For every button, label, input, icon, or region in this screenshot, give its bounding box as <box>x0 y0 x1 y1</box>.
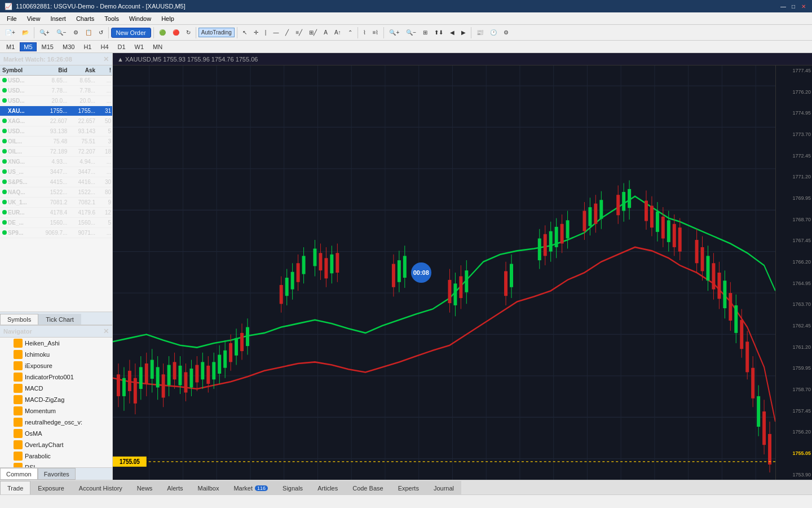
market-watch-row[interactable]: EUR... 4178.4 4179.6 12 <box>0 208 112 218</box>
chart-right-button[interactable]: ▶ <box>458 28 469 37</box>
tf-m1[interactable]: M1 <box>2 42 19 51</box>
buy-button[interactable]: 🟢 <box>156 28 169 37</box>
grid-button[interactable]: ⊞ <box>420 28 430 37</box>
market-watch-row[interactable]: SP9... 9069.7... 9071... ... <box>0 228 112 238</box>
zoom-in2-button[interactable]: 🔍+ <box>386 28 402 37</box>
market-watch-row[interactable]: S&P5... 4415... 4416... 30 <box>0 177 112 187</box>
navigator-item[interactable]: Parabolic <box>0 450 112 462</box>
fib-button[interactable]: ⊞╱ <box>306 28 320 37</box>
channel-button[interactable]: ≡╱ <box>293 28 305 37</box>
open-button[interactable]: 📂 <box>19 28 32 37</box>
navigator-item[interactable]: Ichimoku <box>0 349 112 360</box>
autotrading-button[interactable]: AutoTrading <box>198 28 235 37</box>
label-button[interactable]: A↑ <box>332 28 344 37</box>
navigator-item[interactable]: OverLayChart <box>0 439 112 450</box>
bottom-tab-experts[interactable]: Experts <box>391 481 426 494</box>
market-watch-row[interactable]: USD... 93.138 93.143 5 <box>0 126 112 137</box>
cursor-button[interactable]: ↖ <box>240 28 250 37</box>
navigator-item[interactable]: OsMA <box>0 428 112 439</box>
news-button[interactable]: 📰 <box>474 28 486 37</box>
text-button[interactable]: A <box>321 28 330 37</box>
tf-d1[interactable]: D1 <box>114 42 130 51</box>
nav-tab-favorites[interactable]: Favorites <box>38 468 76 480</box>
settings-button[interactable]: ⚙ <box>501 28 511 37</box>
market-watch-row[interactable]: XAU... 1755... 1755... 31 <box>0 106 112 116</box>
minimize-button[interactable]: — <box>779 2 787 10</box>
market-watch-row[interactable]: USD... 8.65... 8.65... ... <box>0 76 112 86</box>
zoom-in-button[interactable]: 🔍+ <box>37 28 52 37</box>
navigator-item[interactable]: MACD-ZigZag <box>0 394 112 405</box>
bottom-tab-signals[interactable]: Signals <box>275 481 310 494</box>
chart-left-button[interactable]: ◀ <box>447 28 457 37</box>
market-watch-row[interactable]: XNG... 4.93... 4.94... ... <box>0 157 112 167</box>
close-button[interactable]: ✕ <box>800 2 807 10</box>
sell-button[interactable]: 🔴 <box>170 28 182 37</box>
indicator-list-button[interactable]: ≡⌇ <box>370 28 382 37</box>
tab-tick-chart[interactable]: Tick Chart <box>38 314 81 325</box>
navigator-item[interactable]: neutralhedge_osc_v: <box>0 417 112 428</box>
hline-button[interactable]: — <box>270 28 281 37</box>
market-watch-close[interactable]: ✕ <box>103 55 109 63</box>
market-watch-row[interactable]: NAQ... 1522... 1522... 80 <box>0 187 112 198</box>
menu-insert[interactable]: Insert <box>46 14 70 23</box>
market-watch-row[interactable]: XAG... 22.607 22.657 50 <box>0 116 112 126</box>
market-watch-row[interactable]: OIL... 75.48 75.51 3 <box>0 137 112 147</box>
navigator-item[interactable]: MACD <box>0 383 112 394</box>
market-watch-row[interactable]: USD... 7.78... 7.78... ... <box>0 86 112 96</box>
tf-h1[interactable]: H1 <box>80 42 95 51</box>
menu-charts[interactable]: Charts <box>72 14 99 23</box>
nav-tab-common[interactable]: Common <box>0 468 38 480</box>
chart-refresh-button[interactable]: ↻ <box>183 28 193 37</box>
bottom-tab-trade[interactable]: Trade <box>0 481 30 494</box>
bottom-tab-account-history[interactable]: Account History <box>72 481 130 494</box>
menu-view[interactable]: View <box>23 14 45 23</box>
bottom-tab-alerts[interactable]: Alerts <box>160 481 190 494</box>
indicator-button[interactable]: ⌇ <box>360 28 369 37</box>
crosshair-button[interactable]: ✛ <box>251 28 261 37</box>
new-order-button[interactable]: New Order <box>111 28 151 38</box>
navigator-item[interactable]: Heiken_Ashi <box>0 338 112 349</box>
clock-button[interactable]: 🕐 <box>487 28 500 37</box>
bottom-tab-market[interactable]: Market116 <box>226 481 275 494</box>
chart-area[interactable]: ▲ XAUUSD,M5 1755.93 1755.96 1754.76 1755… <box>113 53 812 480</box>
zoom-out2-button[interactable]: 🔍− <box>403 28 419 37</box>
bottom-tab-journal[interactable]: Journal <box>426 481 461 494</box>
maximize-button[interactable]: □ <box>789 2 797 10</box>
navigator-close[interactable]: ✕ <box>103 327 109 335</box>
tf-w1[interactable]: W1 <box>131 42 148 51</box>
tf-m30[interactable]: M30 <box>59 42 78 51</box>
template-button[interactable]: 📋 <box>82 28 95 37</box>
menu-tools[interactable]: Tools <box>100 14 123 23</box>
navigator-item[interactable]: Momentum <box>0 405 112 417</box>
market-watch-row[interactable]: DE_... 1560... 1560... 5 <box>0 218 112 228</box>
menu-help[interactable]: Help <box>157 14 179 23</box>
refresh-button[interactable]: ↺ <box>96 28 106 37</box>
market-watch-row[interactable]: USD... 20.0... 20.0... ... <box>0 96 112 106</box>
bottom-tab-articles[interactable]: Articles <box>310 481 345 494</box>
properties-button[interactable]: ⚙ <box>70 28 81 37</box>
line-button[interactable]: | <box>262 28 270 37</box>
tf-m15[interactable]: M15 <box>38 42 58 51</box>
tf-mn[interactable]: MN <box>149 42 166 51</box>
market-watch-row[interactable]: US_... 3447... 3447... ... <box>0 167 112 177</box>
navigator-item[interactable]: IndicatorProto001 <box>0 371 112 383</box>
tab-symbols[interactable]: Symbols <box>0 314 38 325</box>
tf-m5[interactable]: M5 <box>20 42 36 51</box>
tf-h4[interactable]: H4 <box>96 42 112 51</box>
menu-window[interactable]: Window <box>125 14 156 23</box>
chart-main[interactable]: 00:08 <box>113 65 775 480</box>
new-chart-button[interactable]: 📄+ <box>2 28 18 37</box>
bottom-tab-exposure[interactable]: Exposure <box>30 481 71 494</box>
navigator-item[interactable]: iExposure <box>0 360 112 371</box>
bottom-tab-mailbox[interactable]: Mailbox <box>190 481 226 494</box>
menu-file[interactable]: File <box>2 14 21 23</box>
bottom-tab-codebase[interactable]: Code Base <box>345 481 390 494</box>
navigator-item[interactable]: RSI <box>0 462 112 467</box>
market-watch-row[interactable]: UK_1... 7081.2 7082.1 9 <box>0 198 112 208</box>
draw-line-button[interactable]: ╱ <box>283 28 292 37</box>
market-watch-row[interactable]: OIL... 72.189 72.207 18 <box>0 147 112 157</box>
zoom-out-button[interactable]: 🔍− <box>54 28 69 37</box>
arrow-button[interactable]: ⌃ <box>345 28 355 37</box>
bottom-tab-news[interactable]: News <box>130 481 160 494</box>
volume2-button[interactable]: ⬆⬇ <box>431 28 446 37</box>
